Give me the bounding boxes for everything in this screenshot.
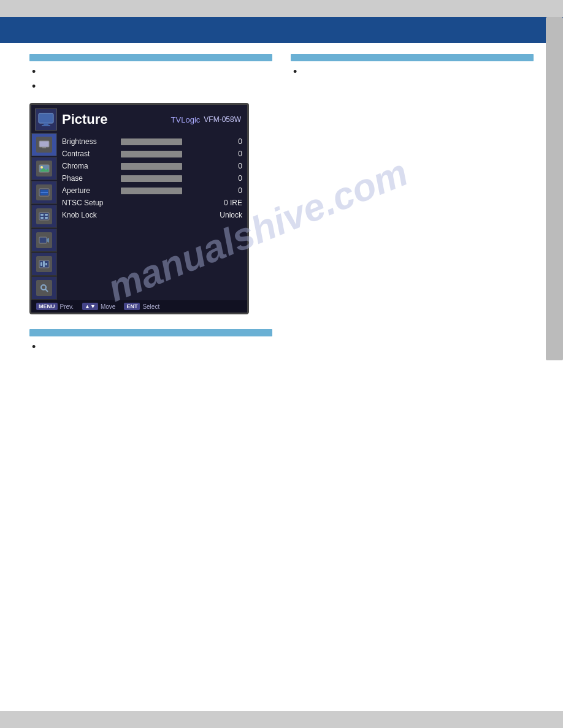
brightness-bar-wrap: [121, 138, 224, 145]
video-sidebar-icon: [36, 232, 52, 248]
monitor-small-icon: [39, 140, 50, 149]
bottom-bar: [0, 711, 563, 728]
contrast-bar-wrap: [121, 151, 224, 157]
contrast-bar: [121, 151, 182, 157]
tv-sidebar-display[interactable]: [31, 181, 57, 204]
left-section-2: •: [29, 329, 272, 352]
menu-label-chroma: Chroma: [62, 162, 117, 170]
menu-row-chroma: Chroma 0: [62, 160, 242, 172]
tv-footer-select-label: Select: [142, 303, 159, 310]
menu-value-ntsc: 0 IRE: [224, 199, 242, 207]
bullet-dot-r1: •: [293, 66, 297, 77]
bullet-dot-s2: •: [32, 341, 36, 352]
menu-row-aperture: Aperture 0: [62, 184, 242, 197]
bullet-dot-1: •: [32, 66, 36, 77]
right-section-header: [291, 54, 534, 61]
svg-line-23: [45, 289, 48, 292]
settings-icon: [39, 212, 50, 221]
svg-rect-20: [43, 261, 45, 267]
left-column: • • Picture TVLogic VFM-058W: [29, 54, 272, 357]
svg-rect-21: [45, 263, 47, 265]
left-bullet-2: •: [29, 82, 272, 92]
left-section2-bullet-1: •: [29, 343, 272, 352]
menu-label-ntsc: NTSC Setup: [62, 199, 103, 207]
tv-sidebar-picture[interactable]: [31, 157, 57, 180]
svg-rect-16: [39, 237, 47, 243]
right-column: •: [291, 54, 534, 357]
audio-sidebar-icon: [36, 256, 52, 272]
svg-rect-19: [40, 262, 42, 266]
menu-value-knoblock: Unlock: [220, 211, 242, 219]
phase-bar-wrap: [121, 175, 224, 182]
tv-sidebar-search[interactable]: [31, 276, 57, 300]
top-bar: [0, 0, 563, 17]
tv-main-icon: [35, 108, 57, 131]
svg-rect-0: [39, 113, 53, 123]
menu-value-phase: 0: [228, 174, 242, 183]
tv-header: Picture TVLogic VFM-058W: [31, 105, 247, 133]
menu-label-phase: Phase: [62, 174, 117, 183]
select-btn[interactable]: ENT: [124, 303, 140, 310]
menu-btn[interactable]: MENU: [36, 303, 58, 310]
aperture-bar: [121, 188, 182, 194]
svg-rect-2: [42, 125, 50, 126]
menu-row-phase: Phase 0: [62, 172, 242, 184]
svg-rect-3: [39, 141, 49, 147]
menu-row-knoblock: Knob Lock Unlock: [62, 209, 242, 221]
display-icon: [39, 188, 50, 197]
tv-sidebar: [31, 133, 57, 300]
tv-footer-move: ▲▼ Move: [82, 303, 115, 310]
settings-sidebar-icon: [36, 208, 52, 224]
left-bullet-1: •: [29, 67, 272, 77]
audio-icon: [39, 260, 50, 268]
svg-rect-14: [40, 217, 44, 219]
menu-value-aperture: 0: [228, 186, 242, 195]
tv-sidebar-settings[interactable]: [31, 205, 57, 228]
tv-body: Brightness 0 Contrast 0: [31, 133, 247, 300]
svg-point-6: [40, 166, 43, 169]
aperture-bar-wrap: [121, 188, 224, 194]
tv-sidebar-audio[interactable]: [31, 252, 57, 276]
svg-rect-15: [45, 217, 48, 219]
svg-rect-13: [45, 214, 48, 216]
svg-marker-17: [47, 238, 49, 243]
tv-sidebar-video[interactable]: [31, 229, 57, 252]
chroma-bar: [121, 163, 182, 170]
right-sidebar: [546, 17, 563, 360]
tv-model: VFM-058W: [204, 115, 241, 124]
monitor-sidebar-icon: [36, 137, 52, 153]
svg-rect-11: [39, 213, 49, 220]
picture-icon: [39, 164, 50, 173]
menu-row-brightness: Brightness 0: [62, 135, 242, 148]
tv-ui-mockup: Picture TVLogic VFM-058W: [29, 103, 249, 314]
tv-footer-select: ENT Select: [124, 303, 159, 310]
tv-footer-menu-label: Prev.: [60, 303, 74, 310]
search-icon: [39, 284, 50, 292]
tv-footer: MENU Prev. ▲▼ Move ENT Select: [31, 300, 247, 313]
menu-label-aperture: Aperture: [62, 186, 117, 195]
tv-title: Picture: [62, 112, 171, 127]
picture-sidebar-icon: [36, 161, 52, 176]
menu-label-brightness: Brightness: [62, 137, 117, 146]
menu-row-contrast: Contrast 0: [62, 148, 242, 160]
main-content: • • Picture TVLogic VFM-058W: [0, 43, 563, 357]
move-btn[interactable]: ▲▼: [82, 303, 98, 310]
display-sidebar-icon: [36, 184, 52, 200]
bullet-dot-2: •: [32, 81, 36, 92]
left-section2-header: [29, 329, 272, 336]
tv-menu: Brightness 0 Contrast 0: [57, 133, 247, 300]
menu-value-chroma: 0: [228, 162, 242, 170]
menu-row-ntsc: NTSC Setup 0 IRE: [62, 197, 242, 209]
menu-label-contrast: Contrast: [62, 150, 117, 158]
tv-footer-menu: MENU Prev.: [36, 303, 74, 310]
search-sidebar-icon: [36, 280, 52, 296]
menu-value-brightness: 0: [228, 137, 242, 146]
tv-sidebar-monitor[interactable]: [31, 133, 57, 156]
monitor-icon: [37, 111, 55, 128]
brightness-bar: [121, 138, 182, 145]
svg-rect-4: [42, 147, 46, 148]
menu-value-contrast: 0: [228, 150, 242, 158]
svg-rect-1: [44, 123, 48, 125]
header-bar: [0, 17, 563, 43]
menu-label-knoblock: Knob Lock: [62, 211, 97, 219]
